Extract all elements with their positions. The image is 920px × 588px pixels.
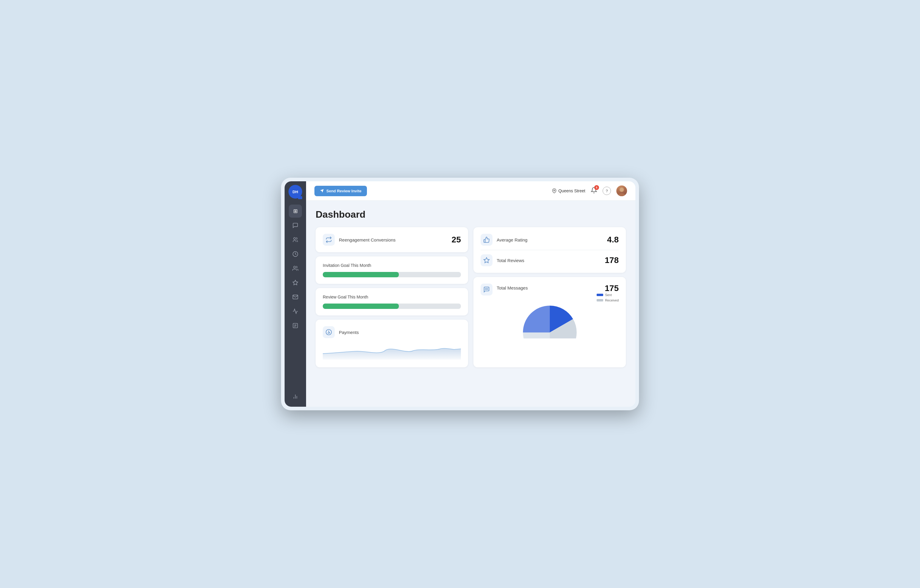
dashboard-icon: ⊞: [293, 208, 298, 214]
star-outline-icon: [481, 254, 492, 266]
header: Send Review Invite Queens Street 5 ?: [306, 181, 635, 201]
reengagement-label: Reengagement Conversions: [339, 237, 447, 242]
document-icon: [292, 323, 298, 329]
svg-point-0: [293, 237, 296, 240]
reengagement-card: Reengagement Conversions 25: [316, 227, 468, 252]
send-icon: [320, 189, 324, 193]
dashboard-grid: Reengagement Conversions 25 Invitation G…: [316, 227, 626, 367]
notification-badge: 5: [594, 185, 599, 190]
svg-point-13: [617, 193, 626, 196]
clock-icon: [292, 251, 298, 257]
average-rating-row: Average Rating 4.8: [481, 234, 619, 246]
total-reviews-value: 178: [605, 255, 619, 265]
star-icon: [292, 280, 298, 286]
send-invite-button[interactable]: Send Review Invite: [314, 186, 367, 196]
invitation-progress-bar: [323, 272, 461, 277]
sidebar-item-analytics[interactable]: [289, 305, 302, 318]
messages-card: Total Messages 175 Sent: [473, 277, 626, 367]
chat-icon: [292, 223, 298, 228]
review-goal-title: Review Goal This Month: [323, 295, 461, 299]
total-messages-label: Total Messages: [497, 284, 593, 291]
svg-point-2: [293, 266, 296, 268]
sidebar-item-documents[interactable]: [289, 319, 302, 332]
total-messages-value: 175: [597, 284, 619, 293]
sidebar-item-email[interactable]: [289, 291, 302, 304]
reengagement-row: Reengagement Conversions 25: [323, 234, 461, 246]
avatar-image: [616, 186, 627, 196]
messages-icon: [481, 284, 492, 296]
payments-header: Payments: [323, 326, 461, 338]
sidebar-item-contacts[interactable]: [289, 233, 302, 246]
header-right: Queens Street 5 ?: [552, 186, 627, 196]
sidebar-logo[interactable]: DH: [288, 185, 302, 199]
messages-chart: [481, 305, 619, 338]
location-icon: [552, 189, 557, 193]
trend-icon: [292, 308, 298, 314]
sidebar-item-messages[interactable]: [289, 219, 302, 232]
sidebar-bottom: [289, 390, 302, 403]
payments-label: Payments: [339, 330, 461, 335]
payments-card: Payments: [316, 320, 468, 367]
card-divider: [481, 250, 619, 250]
sidebar-item-reviews[interactable]: [289, 276, 302, 289]
page-title: Dashboard: [316, 209, 626, 220]
logo-text: DH: [293, 190, 298, 194]
sidebar-item-dashboard[interactable]: ⊞: [289, 205, 302, 218]
left-column: Reengagement Conversions 25 Invitation G…: [316, 227, 468, 367]
mail-icon: [292, 294, 298, 300]
bar-chart-icon: [292, 394, 298, 399]
main-content: Send Review Invite Queens Street 5 ?: [306, 181, 635, 407]
review-progress-fill: [323, 304, 399, 309]
total-reviews-label: Total Reviews: [497, 258, 601, 263]
device-frame: DH ⊞: [281, 178, 639, 410]
reengagement-value: 25: [452, 235, 461, 244]
invitation-progress-fill: [323, 272, 399, 277]
user-icon: [292, 265, 298, 271]
app-container: DH ⊞: [285, 181, 635, 407]
location-display: Queens Street: [552, 189, 585, 193]
svg-marker-3: [293, 280, 298, 285]
location-text: Queens Street: [559, 189, 585, 193]
invitation-goal-card: Invitation Goal This Month: [316, 257, 468, 284]
payments-icon: [323, 326, 335, 338]
svg-point-17: [486, 289, 487, 289]
reengagement-icon: [323, 234, 335, 246]
review-progress-bar: [323, 304, 461, 309]
contacts-icon: [292, 237, 298, 243]
average-rating-value: 4.8: [607, 235, 619, 244]
review-goal-card: Review Goal This Month: [316, 288, 468, 315]
svg-point-18: [485, 289, 486, 289]
invitation-goal-title: Invitation Goal This Month: [323, 263, 461, 268]
svg-point-14: [620, 188, 624, 191]
notification-bell[interactable]: 5: [591, 187, 597, 195]
payments-sparkline: [323, 342, 461, 360]
rating-card: Average Rating 4.8 Total Reviews 178: [473, 227, 626, 273]
avatar[interactable]: [616, 186, 627, 196]
average-rating-label: Average Rating: [497, 237, 603, 242]
sent-legend: Sent: [597, 293, 619, 297]
help-button[interactable]: ?: [603, 187, 611, 195]
sidebar-item-team[interactable]: [289, 262, 302, 275]
received-color: [597, 299, 603, 302]
page-body: Dashboard Reengagement Conversions 25: [306, 201, 635, 407]
messages-legend: Sent Received: [597, 293, 619, 302]
svg-marker-16: [484, 258, 489, 263]
svg-point-11: [554, 190, 555, 191]
right-column: Average Rating 4.8 Total Reviews 178: [473, 227, 626, 367]
total-reviews-row: Total Reviews 178: [481, 254, 619, 266]
thumbsup-icon: [481, 234, 492, 246]
sent-color: [597, 294, 603, 296]
sidebar-item-stats[interactable]: [289, 390, 302, 403]
svg-point-19: [488, 289, 488, 289]
received-legend: Received: [597, 299, 619, 302]
sidebar-item-history[interactable]: [289, 247, 302, 261]
sidebar: DH ⊞: [285, 181, 306, 407]
